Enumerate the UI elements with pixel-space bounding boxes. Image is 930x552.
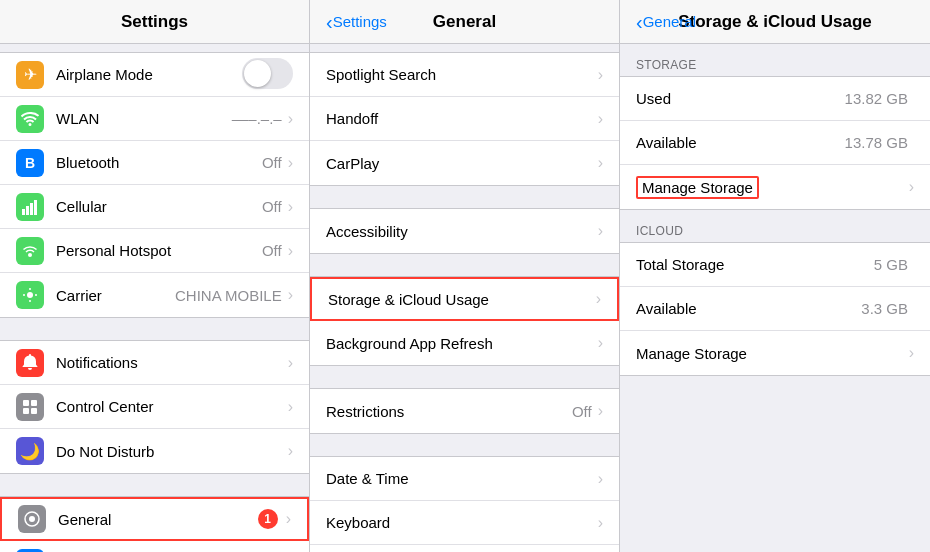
donotdisturb-label: Do Not Disturb: [56, 443, 288, 460]
bluetooth-icon: B: [16, 149, 44, 177]
airplane-toggle[interactable]: [242, 58, 293, 92]
list-item[interactable]: Keyboard ›: [310, 501, 619, 545]
list-item[interactable]: Spotlight Search ›: [310, 53, 619, 97]
icloud-back-label: General: [643, 13, 696, 30]
carplay-label: CarPlay: [326, 155, 598, 172]
list-item[interactable]: Background App Refresh ›: [310, 321, 619, 365]
list-item[interactable]: Control Center ›: [0, 385, 309, 429]
hotspot-chevron: ›: [288, 242, 293, 260]
general-header-content: ‹ Settings General: [326, 12, 603, 32]
icloud-header-content: ‹ General Storage & iCloud Usage: [636, 12, 914, 32]
restrictions-chevron: ›: [598, 402, 603, 420]
icloud-back[interactable]: ‹ General: [636, 12, 696, 32]
svg-point-11: [29, 516, 35, 522]
general-badge: 1: [258, 509, 278, 529]
wlan-label: WLAN: [56, 110, 232, 127]
icloud-manage-item[interactable]: Manage Storage ›: [620, 331, 930, 375]
list-item[interactable]: Accessibility ›: [310, 209, 619, 253]
list-item[interactable]: Restrictions Off ›: [310, 389, 619, 433]
cellular-chevron: ›: [288, 198, 293, 216]
handoff-label: Handoff: [326, 110, 598, 127]
notifications-label: Notifications: [56, 354, 288, 371]
cellular-value: Off: [262, 198, 282, 215]
icloud-manage-label: Manage Storage: [636, 345, 909, 362]
carrier-value: CHINA MOBILE: [175, 287, 282, 304]
cellular-label: Cellular: [56, 198, 262, 215]
bgrefresh-label: Background App Refresh: [326, 335, 598, 352]
list-item[interactable]: AA Display & Brightness ›: [0, 541, 309, 552]
spotlight-chevron: ›: [598, 66, 603, 84]
handoff-chevron: ›: [598, 110, 603, 128]
restrictions-label: Restrictions: [326, 403, 572, 420]
controlcenter-icon: [16, 393, 44, 421]
list-item[interactable]: Language & Region ›: [310, 545, 619, 552]
svg-rect-2: [30, 203, 33, 215]
svg-rect-1: [26, 206, 29, 215]
list-item[interactable]: Carrier CHINA MOBILE ›: [0, 273, 309, 317]
general-group-2: Accessibility ›: [310, 208, 619, 254]
storage-section-label: STORAGE: [620, 52, 930, 76]
bluetooth-label: Bluetooth: [56, 154, 262, 171]
cellular-icon: [16, 193, 44, 221]
available-label: Available: [636, 134, 845, 151]
list-item[interactable]: Notifications ›: [0, 341, 309, 385]
wifi-icon: [16, 105, 44, 133]
storage-icloud-item[interactable]: Storage & iCloud Usage ›: [310, 277, 619, 321]
keyboard-label: Keyboard: [326, 514, 598, 531]
list-item[interactable]: B Bluetooth Off ›: [0, 141, 309, 185]
storage-icloud-label: Storage & iCloud Usage: [328, 291, 596, 308]
manage-storage-highlight: Manage Storage: [636, 176, 759, 199]
svg-rect-6: [23, 400, 29, 406]
icloud-column: ‹ General Storage & iCloud Usage STORAGE…: [620, 0, 930, 552]
list-item[interactable]: WLAN –––.–.– ›: [0, 97, 309, 141]
svg-rect-7: [31, 400, 37, 406]
accessibility-label: Accessibility: [326, 223, 598, 240]
list-item[interactable]: Cellular Off ›: [0, 185, 309, 229]
general-label: General: [58, 511, 258, 528]
used-value: 13.82 GB: [845, 90, 908, 107]
storage-icloud-chevron: ›: [596, 290, 601, 308]
icloud-available-value: 3.3 GB: [861, 300, 908, 317]
manage-storage-label: Manage Storage: [636, 179, 909, 196]
airplane-icon: ✈: [16, 61, 44, 89]
svg-rect-9: [31, 408, 37, 414]
list-item[interactable]: 🌙 Do Not Disturb ›: [0, 429, 309, 473]
list-item[interactable]: Handoff ›: [310, 97, 619, 141]
controlcenter-label: Control Center: [56, 398, 288, 415]
donotdisturb-chevron: ›: [288, 442, 293, 460]
wlan-value: –––.–.–: [232, 110, 282, 127]
icloud-manage-chevron: ›: [909, 344, 914, 362]
list-item[interactable]: Personal Hotspot Off ›: [0, 229, 309, 273]
available-value: 13.78 GB: [845, 134, 908, 151]
list-item[interactable]: Date & Time ›: [310, 457, 619, 501]
datetime-chevron: ›: [598, 470, 603, 488]
manage-storage-item[interactable]: Manage Storage ›: [620, 165, 930, 209]
icloud-header: ‹ General Storage & iCloud Usage: [620, 0, 930, 44]
bluetooth-chevron: ›: [288, 154, 293, 172]
manage-storage-chevron: ›: [909, 178, 914, 196]
list-item: Used 13.82 GB: [620, 77, 930, 121]
svg-point-5: [27, 292, 33, 298]
icloud-title: Storage & iCloud Usage: [678, 12, 872, 32]
general-group-1: Spotlight Search › Handoff › CarPlay ›: [310, 52, 619, 186]
accessibility-chevron: ›: [598, 222, 603, 240]
carplay-chevron: ›: [598, 154, 603, 172]
hotspot-value: Off: [262, 242, 282, 259]
airplane-label: Airplane Mode: [56, 66, 242, 83]
general-back[interactable]: ‹ Settings: [326, 12, 387, 32]
icloud-list: STORAGE Used 13.82 GB Available 13.78 GB…: [620, 44, 930, 552]
general-icon: [18, 505, 46, 533]
list-item[interactable]: ✈ Airplane Mode: [0, 53, 309, 97]
carrier-label: Carrier: [56, 287, 175, 304]
back-chevron-icon: ‹: [326, 12, 333, 32]
used-label: Used: [636, 90, 845, 107]
general-list-item[interactable]: General 1 ›: [0, 497, 309, 541]
icloud-available-label: Available: [636, 300, 861, 317]
bgrefresh-chevron: ›: [598, 334, 603, 352]
carrier-chevron: ›: [288, 286, 293, 304]
settings-header: Settings: [0, 0, 309, 44]
spotlight-label: Spotlight Search: [326, 66, 598, 83]
svg-rect-3: [34, 200, 37, 215]
list-item[interactable]: CarPlay ›: [310, 141, 619, 185]
list-item: Available 13.78 GB: [620, 121, 930, 165]
